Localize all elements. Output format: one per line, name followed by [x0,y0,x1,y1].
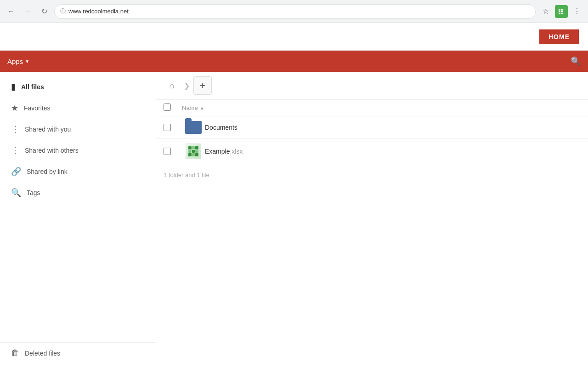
folder-icon-area [182,121,205,134]
breadcrumb-separator: ❯ [184,81,190,90]
svg-rect-1 [559,9,560,11]
sidebar-item-shared-with-you[interactable]: ⋮ Shared with you [0,119,156,140]
xlsx-icon-inner [186,144,201,159]
sidebar-item-shared-with-others[interactable]: ⋮ Shared with others [0,140,156,161]
apps-menu-button[interactable]: Apps ▼ [7,58,29,65]
sidebar-label-shared-with-you: Shared with you [25,126,71,133]
extension-icon[interactable] [555,5,568,18]
sidebar-label-deleted-files: Deleted files [25,350,60,357]
share-others-icon: ⋮ [11,145,19,155]
sidebar-label-shared-by-link: Shared by link [27,168,68,175]
file-browser: ⌂ ❯ + Name ▲ Documents [156,72,588,368]
sidebar-label-shared-with-others: Shared with others [25,147,79,154]
reload-button[interactable]: ↻ [38,5,51,18]
file-count-summary: 1 folder and 1 file [164,172,209,178]
select-all-checkbox[interactable] [164,104,171,111]
add-button[interactable]: + [193,76,212,95]
xlsx-cell [188,153,192,156]
browser-chrome: ← → ↻ ⓘ www.redcoolmedia.net ☆ ⋮ [0,0,588,23]
sidebar-item-all-files[interactable]: ▮ All files [0,76,156,98]
file-name-example: Example.xlsx [205,148,243,155]
nav-bar: Apps ▼ 🔍 [0,51,588,72]
xlsx-cell [192,146,195,150]
apps-caret-icon: ▼ [25,59,29,64]
sidebar-label-tags: Tags [27,189,40,196]
file-summary: 1 folder and 1 file [156,164,588,186]
share-icon: ⋮ [11,124,19,134]
name-column-header[interactable]: Name ▲ [182,104,204,111]
sort-arrow-icon: ▲ [200,105,204,110]
file-checkbox-documents[interactable] [164,124,171,131]
sidebar: ▮ All files ★ Favorites ⋮ Shared with yo… [0,72,156,368]
search-icon[interactable]: 🔍 [571,56,581,66]
sidebar-item-shared-by-link[interactable]: 🔗 Shared by link [0,161,156,182]
forward-button[interactable]: → [21,5,34,18]
home-bar: HOME [0,23,588,51]
link-icon: 🔗 [11,167,21,177]
xlsx-cell [195,150,198,153]
sidebar-item-deleted-files[interactable]: 🗑 Deleted files [0,343,156,363]
xlsx-cell [188,146,192,150]
star-icon: ★ [11,103,18,113]
sidebar-label-favorites: Favorites [24,104,51,112]
xlsx-cell [195,153,198,156]
table-row[interactable]: Documents [156,116,588,139]
xlsx-type-icon [186,144,201,159]
svg-rect-5 [559,13,560,14]
svg-rect-2 [561,9,563,11]
file-name-base: Example [205,148,230,155]
menu-button[interactable]: ⋮ [571,5,583,18]
apps-label: Apps [7,58,23,65]
sidebar-spacer [0,203,156,342]
file-checkbox-col [164,148,182,155]
url-text: www.redcoolmedia.net [68,8,129,15]
xlsx-cell [192,150,195,153]
file-checkbox-example[interactable] [164,148,171,155]
back-button[interactable]: ← [5,5,17,18]
svg-rect-6 [561,13,563,14]
file-toolbar: ⌂ ❯ + [156,72,588,100]
file-name-documents: Documents [205,124,237,131]
main-layout: ▮ All files ★ Favorites ⋮ Shared with yo… [0,72,588,368]
header-checkbox-col [164,104,182,112]
file-list-header: Name ▲ [156,100,588,116]
sidebar-item-tags[interactable]: 🔍 Tags [0,182,156,203]
tags-search-icon: 🔍 [11,188,21,198]
sidebar-label-all-files: All files [21,83,44,91]
svg-rect-4 [561,11,563,12]
sidebar-bottom: 🗑 Deleted files [0,342,156,363]
xlsx-grid [188,146,198,156]
browser-actions: ☆ ⋮ [539,5,583,18]
home-nav-button[interactable]: ⌂ [164,77,180,94]
bookmark-button[interactable]: ☆ [539,5,552,18]
xlsx-cell [195,146,198,150]
folder-type-icon [185,121,202,134]
sidebar-item-favorites[interactable]: ★ Favorites [0,98,156,119]
name-column-label: Name [182,104,198,111]
home-button[interactable]: HOME [539,29,579,44]
file-checkbox-col [164,124,182,131]
xlsx-cell [188,150,192,153]
folder-icon: ▮ [11,82,16,92]
xlsx-cell [192,153,195,156]
svg-rect-3 [559,11,560,12]
trash-icon: 🗑 [11,348,19,358]
table-row[interactable]: Example.xlsx [156,139,588,164]
address-bar[interactable]: ⓘ www.redcoolmedia.net [54,4,536,19]
lock-icon: ⓘ [60,7,66,15]
xlsx-icon-area [182,144,205,159]
file-extension: .xlsx [230,148,243,155]
